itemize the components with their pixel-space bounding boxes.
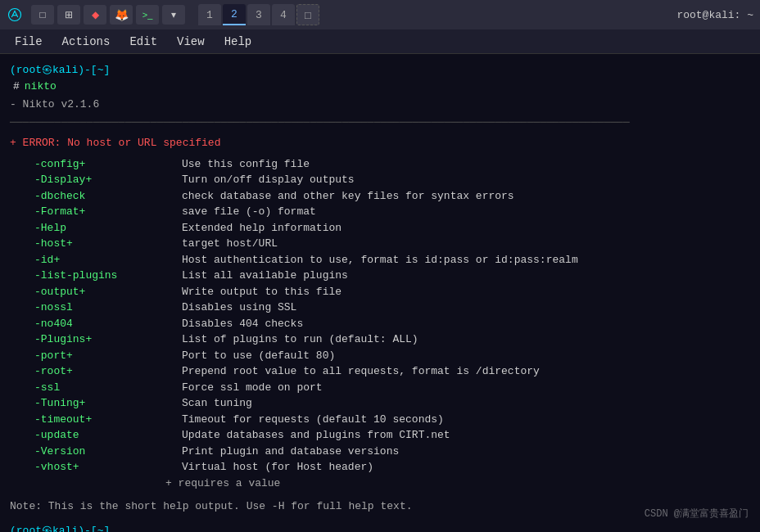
app-firefox-btn[interactable]: 🦊: [110, 5, 133, 25]
help-flag-dbcheck: -dbcheck: [34, 188, 182, 205]
tab-new-btn[interactable]: □: [296, 4, 319, 25]
help-desc-output: Write output to this file: [182, 284, 342, 300]
help-desc-port: Port to use (default 80): [182, 348, 335, 364]
help-flag-format: -Format+: [34, 204, 182, 220]
help-desc-dbcheck: check database and other key files for s…: [182, 188, 514, 205]
menu-help[interactable]: Help: [216, 32, 260, 52]
app-files-btn[interactable]: ⊞: [57, 5, 80, 25]
titlebar: □ ⊞ ◆ 🦊 >_ ▾ 1 2 3 4 □ root@kali: ~: [0, 0, 760, 29]
menu-edit[interactable]: Edit: [121, 32, 165, 52]
help-row: -no404 Disables 404 checks: [34, 316, 750, 332]
app-square-btn[interactable]: □: [31, 5, 54, 25]
help-flag-root: -root+: [34, 363, 182, 380]
help-desc-id: Host authentication to use, format is id…: [182, 252, 578, 268]
help-flag-ssl: -ssl: [34, 380, 182, 396]
prompt-bracket-open-1: -[: [84, 62, 97, 79]
help-row: -list-plugins List all available plugins: [34, 268, 750, 284]
help-flag-config: -config+: [34, 156, 182, 173]
help-flag-plugins: -Plugins+: [34, 331, 182, 348]
help-desc-ssl: Force ssl mode on port: [182, 380, 323, 396]
prompt-bracket-close-1: ]: [103, 62, 110, 79]
help-desc-format: save file (-o) format: [182, 204, 316, 220]
help-row: -config+ Use this config file: [34, 156, 750, 173]
help-row: -nossl Disables using SSL: [34, 300, 750, 316]
tab-3[interactable]: 3: [247, 4, 270, 25]
help-flag-help: -Help: [34, 220, 182, 237]
help-row: -id+ Host authentication to use, format …: [34, 252, 750, 268]
error-line: + ERROR: No host or URL specified: [10, 135, 750, 151]
watermark: CSDN @满堂富贵喜盈门: [645, 507, 749, 521]
help-row: -port+ Port to use (default 80): [34, 348, 750, 364]
help-row: -ssl Force ssl mode on port: [34, 380, 750, 396]
help-row: -dbcheck check database and other key fi…: [34, 188, 750, 205]
titlebar-apps: □ ⊞ ◆ 🦊 >_ ▾: [31, 5, 185, 25]
help-desc-root: Prepend root value to all requests, form…: [182, 363, 540, 380]
help-flag-timeout: -timeout+: [34, 412, 182, 428]
prompt-bracket-close-2: ]: [103, 523, 110, 532]
titlebar-hostname: root@kali: ~: [676, 9, 753, 21]
help-row: -Tuning+ Scan tuning: [34, 395, 750, 412]
help-desc-nossl: Disables using SSL: [182, 300, 296, 316]
prompt-bracket-open-2: -[: [84, 523, 97, 532]
help-row: -root+ Prepend root value to all request…: [34, 363, 750, 380]
menu-file[interactable]: File: [7, 32, 51, 52]
tab-2[interactable]: 2: [223, 4, 246, 25]
help-row: -Display+ Turn on/off display outputs: [34, 172, 750, 188]
help-flag-output: -output+: [34, 284, 182, 300]
prompt-cmd-nikto: nikto: [25, 79, 57, 95]
nikto-version: - Nikto v2.1.6: [10, 97, 750, 113]
app-chevron-btn[interactable]: ▾: [162, 5, 185, 25]
help-desc-host: target host/URL: [182, 236, 278, 252]
help-row: -Version Print plugin and database versi…: [34, 444, 750, 460]
kali-icon: [7, 7, 23, 23]
help-flag-version: -Version: [34, 444, 182, 460]
requires-note: + requires a value: [165, 476, 750, 492]
prompt-line-1: (root㉿kali) -[ ~ ]: [10, 62, 750, 79]
help-flag-id: -id+: [34, 252, 182, 268]
help-flag-vhost: -vhost+: [34, 459, 182, 476]
help-desc-plugins: List of plugins to run (default: ALL): [182, 331, 418, 348]
help-desc-tuning: Scan tuning: [182, 395, 252, 412]
help-row: -Plugins+ List of plugins to run (defaul…: [34, 331, 750, 348]
help-flag-list-plugins: -list-plugins: [34, 268, 182, 284]
help-flag-nossl: -nossl: [34, 300, 182, 316]
terminal[interactable]: (root㉿kali) -[ ~ ] # nikto - Nikto v2.1.…: [0, 54, 760, 532]
tab-4[interactable]: 4: [272, 4, 295, 25]
help-desc-list-plugins: List all available plugins: [182, 268, 348, 284]
app-terminal-btn[interactable]: >_: [136, 5, 159, 25]
prompt-hash-1: #: [13, 79, 20, 95]
prompt-line-2: (root㉿kali) -[ ~ ]: [10, 523, 750, 532]
help-flag-update: -update: [34, 427, 182, 444]
divider-line: ────────────────────────────────────────…: [10, 115, 750, 131]
help-desc-vhost: Virtual host (for Host header): [182, 459, 373, 476]
prompt-user-2: (root㉿kali): [10, 523, 84, 532]
help-row: -Help Extended help information: [34, 220, 750, 237]
prompt-dir-1: ~: [97, 62, 104, 79]
help-row: -host+ target host/URL: [34, 236, 750, 252]
menubar: File Actions Edit View Help: [0, 29, 760, 54]
help-desc-no404: Disables 404 checks: [182, 316, 303, 332]
app-red-btn[interactable]: ◆: [84, 5, 106, 25]
tab-1[interactable]: 1: [198, 4, 221, 25]
help-flag-tuning: -Tuning+: [34, 395, 182, 412]
prompt-cmd-line: # nikto: [10, 79, 750, 95]
menu-view[interactable]: View: [169, 32, 213, 52]
help-desc-version: Print plugin and database versions: [182, 444, 399, 460]
help-desc-update: Update databases and plugins from CIRT.n…: [182, 427, 450, 444]
prompt-user-1: (root㉿kali): [10, 62, 84, 79]
help-row: -Format+ save file (-o) format: [34, 204, 750, 220]
help-flag-port: -port+: [34, 348, 182, 364]
help-row: -timeout+ Timeout for requests (default …: [34, 412, 750, 428]
help-desc-timeout: Timeout for requests (default 10 seconds…: [182, 412, 444, 428]
help-row: -output+ Write output to this file: [34, 284, 750, 300]
help-flag-no404: -no404: [34, 316, 182, 332]
help-table: -config+ Use this config file -Display+ …: [34, 156, 750, 492]
help-row: -update Update databases and plugins fro…: [34, 427, 750, 444]
note-line: Note: This is the short help output. Use…: [10, 498, 750, 515]
help-row: -vhost+ Virtual host (for Host header): [34, 459, 750, 476]
help-flag-display: -Display+: [34, 172, 182, 188]
titlebar-tabs: 1 2 3 4 □: [198, 4, 319, 25]
menu-actions[interactable]: Actions: [54, 32, 119, 52]
help-desc-config: Use this config file: [182, 156, 310, 173]
prompt-dir-2: ~: [97, 523, 104, 532]
